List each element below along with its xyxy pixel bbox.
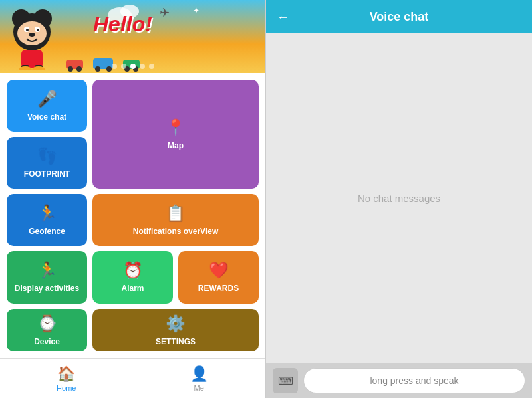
nav-me[interactable]: 👤 Me: [133, 365, 266, 392]
right-phone: ← Voice chat No chat messages ⌨ long pre…: [266, 0, 532, 398]
device-icon: ⌚: [37, 314, 57, 333]
dot-4: [140, 64, 145, 69]
rewards-icon: ❤️: [209, 261, 229, 280]
svg-point-20: [76, 66, 82, 72]
tile-voice-chat[interactable]: 🎤 Voice chat: [7, 80, 87, 132]
chat-header: ← Voice chat: [266, 0, 532, 33]
svg-point-10: [26, 29, 29, 31]
menu-grid: 🎤 Voice chat 📍 Map 👣 FOOTPRINT 🏃 Geofenc…: [0, 73, 265, 358]
tile-geofence[interactable]: 🏃 Geofence: [7, 194, 87, 246]
keyboard-icon: ⌨: [278, 375, 293, 387]
banner-title: Hello!: [93, 12, 152, 37]
svg-point-12: [29, 33, 35, 37]
nav-home[interactable]: 🏠 Home: [0, 365, 133, 392]
tile-map[interactable]: 📍 Map: [92, 80, 259, 189]
activities-icon: 🏃: [37, 261, 57, 280]
tile-device[interactable]: ⌚ Device: [7, 309, 87, 351]
settings-icon: ⚙️: [166, 314, 186, 333]
keyboard-button[interactable]: ⌨: [273, 368, 298, 393]
footprint-icon: 👣: [37, 147, 57, 165]
profile-icon: 👤: [190, 365, 208, 383]
speak-button[interactable]: long press and speak: [303, 368, 525, 393]
bottom-navigation: 🏠 Home 👤 Me: [0, 358, 265, 398]
svg-text:✦: ✦: [193, 6, 200, 15]
dot-5: [149, 64, 154, 69]
svg-point-11: [37, 29, 39, 31]
tile-display-activities[interactable]: 🏃 Display activities: [7, 251, 87, 303]
chat-title: Voice chat: [301, 10, 497, 24]
svg-text:✈: ✈: [160, 6, 170, 19]
dot-3: [130, 64, 136, 69]
svg-point-22: [95, 66, 100, 72]
svg-point-19: [68, 66, 73, 72]
home-icon: 🏠: [57, 365, 75, 383]
chat-body: No chat messages: [266, 33, 532, 363]
tile-rewards[interactable]: ❤️ REWARDS: [178, 251, 259, 303]
map-pin-icon: 📍: [166, 118, 186, 137]
microphone-icon: 🎤: [37, 90, 57, 108]
notifications-icon: 📋: [166, 204, 186, 223]
alarm-icon: ⏰: [123, 261, 143, 280]
back-button[interactable]: ←: [277, 9, 290, 25]
dot-1: [112, 64, 117, 69]
app-banner: ✈ ✦: [0, 0, 265, 73]
tile-notifications[interactable]: 📋 Notifications overView: [92, 194, 259, 246]
banner-dots: [112, 64, 154, 69]
speak-label: long press and speak: [370, 375, 458, 386]
empty-chat-message: No chat messages: [358, 193, 440, 204]
tile-settings[interactable]: ⚙️ SETTINGS: [92, 309, 259, 351]
dot-2: [121, 64, 126, 69]
tile-alarm[interactable]: ⏰ Alarm: [92, 251, 173, 303]
left-phone: ✈ ✦: [0, 0, 266, 398]
geofence-icon: 🏃: [37, 204, 57, 223]
chat-input-bar: ⌨ long press and speak: [266, 363, 532, 398]
tile-footprint[interactable]: 👣 FOOTPRINT: [7, 137, 87, 189]
